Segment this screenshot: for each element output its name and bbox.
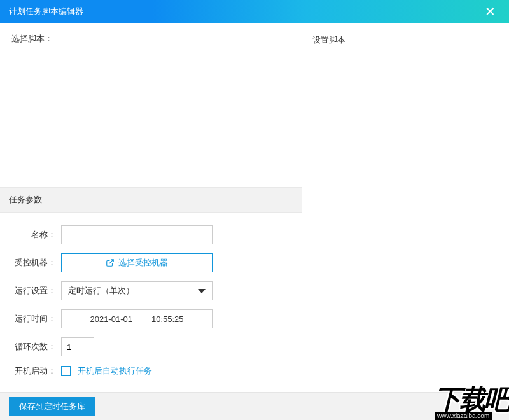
external-link-icon bbox=[106, 258, 115, 267]
svg-line-0 bbox=[109, 260, 113, 263]
footer: 保存到定时任务库 bbox=[0, 392, 509, 420]
boot-label: 开机启动： bbox=[11, 365, 61, 377]
right-panel: 设置脚本 bbox=[302, 23, 509, 392]
run-time-date: 2021-01-01 bbox=[90, 314, 132, 324]
select-machine-button[interactable]: 选择受控机器 bbox=[61, 253, 213, 272]
row-machine: 受控机器： 选择受控机器 bbox=[11, 253, 290, 272]
chevron-down-icon bbox=[198, 289, 206, 293]
save-button[interactable]: 保存到定时任务库 bbox=[9, 397, 95, 416]
row-boot: 开机启动： 开机后自动执行任务 bbox=[11, 365, 290, 377]
loop-input[interactable] bbox=[61, 337, 94, 356]
set-script-header: 设置脚本 bbox=[312, 34, 499, 46]
close-icon: ✕ bbox=[485, 4, 496, 19]
window-title: 计划任务脚本编辑器 bbox=[9, 6, 83, 17]
run-time-label: 运行时间： bbox=[11, 313, 61, 325]
row-loop: 循环次数： bbox=[11, 337, 290, 356]
name-input[interactable] bbox=[61, 225, 213, 244]
loop-label: 循环次数： bbox=[11, 341, 61, 353]
row-run-time: 运行时间： 2021-01-01 10:55:25 bbox=[11, 309, 290, 328]
select-script-label: 选择脚本： bbox=[0, 23, 302, 51]
run-setting-select[interactable]: 定时运行（单次） bbox=[61, 281, 213, 300]
row-run-setting: 运行设置： 定时运行（单次） bbox=[11, 281, 290, 300]
left-panel: 选择脚本： 任务参数 名称： 受控机器： 选择受控机器 运行设置： bbox=[0, 23, 302, 392]
boot-checkbox[interactable] bbox=[61, 366, 71, 376]
run-setting-value: 定时运行（单次） bbox=[68, 285, 134, 297]
close-button[interactable]: ✕ bbox=[477, 0, 503, 23]
name-label: 名称： bbox=[11, 229, 61, 241]
row-name: 名称： bbox=[11, 225, 290, 244]
task-params-form: 名称： 受控机器： 选择受控机器 运行设置： 定时运行（单次） bbox=[0, 213, 302, 392]
select-machine-button-label: 选择受控机器 bbox=[118, 257, 168, 269]
run-time-time: 10:55:25 bbox=[151, 314, 184, 324]
run-time-field[interactable]: 2021-01-01 10:55:25 bbox=[61, 309, 213, 328]
run-setting-label: 运行设置： bbox=[11, 285, 61, 297]
machine-label: 受控机器： bbox=[11, 257, 61, 269]
select-script-section: 选择脚本： bbox=[0, 23, 302, 187]
titlebar: 计划任务脚本编辑器 ✕ bbox=[0, 0, 509, 23]
task-params-header: 任务参数 bbox=[0, 187, 302, 213]
main-area: 选择脚本： 任务参数 名称： 受控机器： 选择受控机器 运行设置： bbox=[0, 23, 509, 392]
boot-checkbox-label: 开机后自动执行任务 bbox=[78, 365, 152, 377]
